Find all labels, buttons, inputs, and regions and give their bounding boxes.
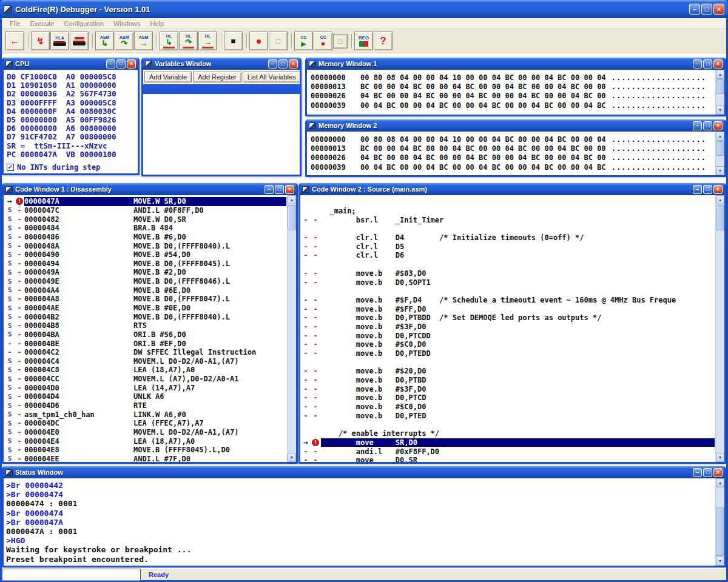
main-titlebar[interactable]: ColdFire(R) Debugger - Version 1.01 – □ … xyxy=(0,0,728,18)
memory-row[interactable]: 00000039 00 04 BC 00 00 04 BC 00 00 04 B… xyxy=(311,101,715,110)
register-line[interactable]: D7 91CF4702 A7 00800000 xyxy=(7,132,138,141)
hl-step-into-button[interactable]: HL ↳ xyxy=(160,32,178,50)
disassembly-line[interactable]: S - 00000484 BRA.B 484 xyxy=(5,224,286,233)
disassembly-line[interactable]: S - 00000494 MOVE.B D0,(FFFF8045).L xyxy=(5,259,286,268)
halt-button[interactable]: ■ xyxy=(224,32,243,50)
scrollbar-thumb[interactable] xyxy=(716,141,724,156)
scroll-down-button[interactable]: ▼ xyxy=(716,166,724,175)
menu-item[interactable]: Configuration xyxy=(59,20,108,27)
source-line[interactable]: /* enable interrupts */ xyxy=(302,429,715,438)
source-line[interactable]: - - move.b #$3F,D0 xyxy=(302,384,715,393)
cpu-titlebar[interactable]: CPU – □ × xyxy=(4,58,138,70)
source-line[interactable]: - - move.b #$C0,D0 xyxy=(302,340,715,349)
variables-action-button[interactable]: Add Variable xyxy=(144,72,192,82)
disassembly-line[interactable]: S - 000004E4 LEA (18,A7),A0 xyxy=(5,436,286,446)
scroll-up-button[interactable]: ▲ xyxy=(288,195,296,204)
scrollbar-thumb[interactable] xyxy=(716,205,724,230)
asm-step-into-button[interactable]: ASM ↳ xyxy=(95,32,114,50)
minimize-button[interactable]: – xyxy=(106,59,115,69)
minimize-button[interactable]: – xyxy=(689,4,700,15)
memory-row[interactable]: 00000039 00 04 BC 00 00 04 BC 00 00 04 B… xyxy=(311,162,715,172)
close-button[interactable]: × xyxy=(713,185,723,194)
source-line[interactable]: _main; xyxy=(302,207,715,216)
minimize-button[interactable]: – xyxy=(265,185,274,194)
close-button[interactable]: × xyxy=(289,59,298,69)
source-line[interactable] xyxy=(302,198,715,207)
disassembly-line[interactable]: S - 000004DC LEA (FFEC,A7),A7 xyxy=(5,419,286,428)
status-titlebar[interactable]: Status Window – □ × xyxy=(4,466,724,478)
source-line[interactable]: - - bsr.l _Init_Timer xyxy=(302,215,715,224)
scrollbar-thumb[interactable] xyxy=(288,205,296,230)
source-line[interactable] xyxy=(302,420,715,429)
close-button[interactable]: × xyxy=(713,4,724,15)
source-line[interactable]: - - move.b #$C0,D0 xyxy=(302,403,715,412)
source-line[interactable]: - - move.b D0,SOPT1 xyxy=(302,278,715,287)
source-line[interactable]: - - andi.l #0xF8FF,D0 xyxy=(302,447,715,456)
close-button[interactable]: × xyxy=(713,468,723,477)
scroll-down-button[interactable]: ▼ xyxy=(288,453,296,462)
disassembly-line[interactable]: S - 0000047C ANDI.L #0F8FF,D0 xyxy=(5,206,286,215)
close-button[interactable]: × xyxy=(285,185,294,194)
disassembly-line[interactable]: S - 000004D6 RTE xyxy=(5,401,286,410)
menu-item[interactable]: File xyxy=(5,20,25,27)
disassembly-line[interactable]: S - asm_tpm1_ch0_han LINK.W A6,#0 xyxy=(5,410,286,419)
disassembly-line[interactable]: S - 000004B8 RTS xyxy=(5,321,286,330)
breakpoint-clear-button[interactable]: □ xyxy=(269,32,288,50)
source-line[interactable]: - - move.b #$F,D4 /* Schedule a timeout1… xyxy=(302,296,715,305)
register-line[interactable]: D5 00000000 A5 00FF9826 xyxy=(7,115,138,124)
help-button[interactable]: ? xyxy=(374,32,393,50)
disassembly-line[interactable]: S - 000004CC MOVEM.L (A7),D0-D2/A0-A1 xyxy=(5,375,286,384)
minimize-button[interactable]: – xyxy=(268,59,277,69)
memory-row[interactable]: 00000026 04 BC 00 00 04 BC 00 00 04 BC 0… xyxy=(311,153,715,162)
scrollbar[interactable]: ▲ ▼ xyxy=(715,70,724,115)
reset-button[interactable]: ← xyxy=(5,32,24,50)
code1-titlebar[interactable]: Code Window 1 : Disassembly – □ × xyxy=(4,183,296,195)
source-line[interactable]: - - move.b #$3F,D0 xyxy=(302,323,715,332)
close-button[interactable]: × xyxy=(713,59,723,69)
register-line[interactable]: PC 0000047A VB 00000100 xyxy=(7,150,138,158)
disassembly-line[interactable]: S - 000004D4 UNLK A6 xyxy=(5,392,286,401)
scroll-down-button[interactable]: ▼ xyxy=(716,557,724,566)
variables-action-button[interactable]: Add Register xyxy=(193,72,241,82)
memory-row[interactable]: 00000000 00 80 08 04 00 00 04 10 00 00 0… xyxy=(311,73,715,82)
scrollbar[interactable]: ▲ ▼ xyxy=(715,132,724,175)
source-line[interactable]: - - clr.l D4 /* Initialize timeouts (0=o… xyxy=(302,233,715,242)
disassembly-line[interactable]: S - 000004A8 MOVE.B D0,(FFFF8047).L xyxy=(5,295,286,304)
disassembly-line[interactable]: S - 00000486 MOVE.B #6,D0 xyxy=(5,233,286,242)
source-line[interactable]: - - move.b #$03,D0 xyxy=(302,269,715,278)
menu-item[interactable]: Windows xyxy=(109,20,146,27)
memory-row[interactable]: 00000000 00 80 08 04 00 00 04 10 00 00 0… xyxy=(311,135,715,144)
disassembly-line[interactable]: S - 000004C8 LEA (18,A7),A0 xyxy=(5,366,286,375)
disassembly-line[interactable]: S - 000004E0 MOVEM.L D0-D2/A0-A1,(A7) xyxy=(5,428,286,437)
menu-item[interactable]: Help xyxy=(146,20,169,27)
source-line[interactable]: - - move.b #$FF,D0 xyxy=(302,304,715,313)
disassembly-line[interactable]: - - 000004BE ORI.B #EF,D0 xyxy=(5,339,286,348)
disassembly-line[interactable]: S - 000004E8 MOVE.B (FFFF8045).L,D0 xyxy=(5,446,286,455)
scrollbar-thumb[interactable] xyxy=(716,79,724,94)
disassembly-line[interactable]: S - 0000048A MOVE.B D0,(FFFF8040).L xyxy=(5,241,286,250)
memory1-titlebar[interactable]: Memory Window 1 – □ × xyxy=(307,58,724,70)
disassembly-line[interactable]: S - 0000049E MOVE.B D0,(FFFF8046).L xyxy=(5,277,286,286)
minimize-button[interactable]: – xyxy=(693,185,702,194)
minimize-button[interactable]: – xyxy=(693,59,702,69)
register-line[interactable]: D6 00000000 A6 00800000 xyxy=(7,124,138,132)
maximize-button[interactable]: □ xyxy=(703,121,712,130)
program-module-button[interactable] xyxy=(70,32,89,50)
register-line[interactable]: D3 0000FFFF A3 000005C8 xyxy=(7,98,138,107)
scroll-up-button[interactable]: ▲ xyxy=(716,195,724,204)
memory-row[interactable]: 00000013 BC 00 00 04 BC 00 00 04 BC 00 0… xyxy=(311,144,715,153)
source-line[interactable] xyxy=(302,358,715,367)
scroll-down-button[interactable]: ▼ xyxy=(716,453,724,462)
source-line[interactable]: - - move.b D0,PTBDD /* Set DEMOQE led po… xyxy=(302,313,715,323)
source-line[interactable] xyxy=(302,287,715,296)
hl-step-over-button[interactable]: HL ↷ xyxy=(179,32,198,50)
source-line[interactable]: - - clr.l D6 xyxy=(302,251,715,260)
scroll-up-button[interactable]: ▲ xyxy=(716,70,724,79)
scroll-down-button[interactable]: ▼ xyxy=(716,105,724,115)
register-line[interactable]: D0 CF1000C0 A0 000005C8 xyxy=(7,72,138,81)
no-ints-checkbox[interactable]: ✓ No INTs during step xyxy=(7,163,138,172)
cc-run-button[interactable]: CC ▶ xyxy=(294,32,313,50)
hl-step-out-button[interactable]: HL → xyxy=(198,32,217,50)
disassembly-line[interactable]: S - 000004AE MOVE.B #0E,D0 xyxy=(5,304,286,313)
variables-titlebar[interactable]: Variables Window – □ × xyxy=(143,58,300,70)
